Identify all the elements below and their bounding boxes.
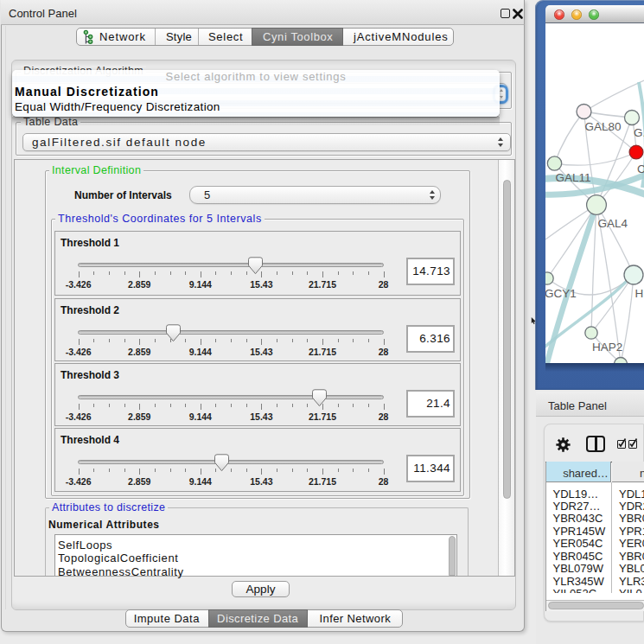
svg-text:GCY1: GCY1	[545, 287, 577, 300]
svg-text:HAP2: HAP2	[592, 341, 622, 354]
svg-text:H: H	[635, 287, 644, 300]
svg-text:G.: G.	[634, 126, 644, 139]
svg-text:C: C	[637, 163, 644, 175]
svg-text:GAL4: GAL4	[598, 217, 628, 230]
svg-text:GAL11: GAL11	[556, 171, 591, 184]
svg-text:GAL80: GAL80	[585, 120, 622, 133]
